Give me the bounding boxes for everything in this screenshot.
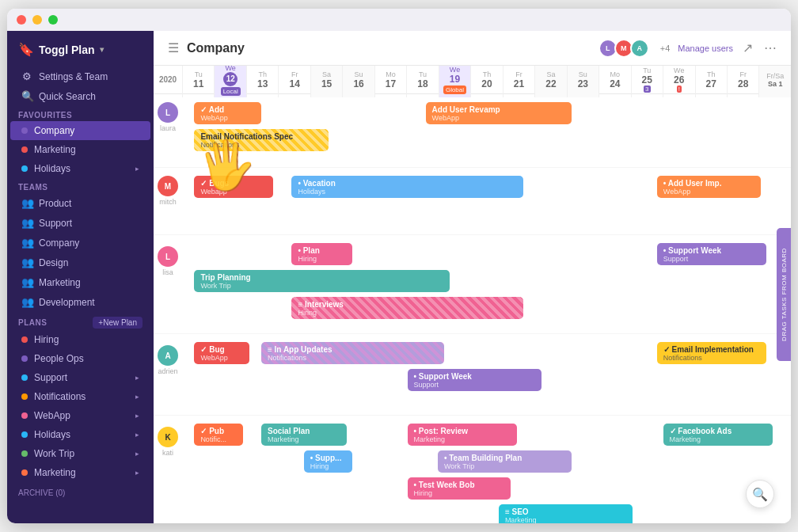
bar-test-week-bob[interactable]: • Test Week BobHiring — [408, 477, 511, 500]
sidebar-item-company-team[interactable]: 👥 Company — [10, 233, 150, 253]
marketing-dot — [21, 146, 28, 153]
maximize-btn[interactable] — [48, 15, 58, 25]
bar-seo[interactable]: ≡ SEOMarketing — [499, 504, 633, 523]
bar-email-notif-spec[interactable]: Email Notifications SpecNotifications — [194, 129, 328, 151]
sidebar-item-plan-webapp[interactable]: WebApp ▸ — [10, 406, 150, 425]
sidebar-item-plan-holidays[interactable]: Holidays ▸ — [10, 425, 150, 444]
sidebar-item-plan-peopleops[interactable]: People Ops — [10, 349, 150, 368]
sidebar-item-plan-worktrip[interactable]: Work Trip ▸ — [10, 444, 150, 463]
user-col-lisa: L lisa — [154, 240, 182, 276]
sidebar: 🔖 Toggl Plan ▾ ⚙ Settings & Team 🔍 Quick… — [7, 31, 154, 523]
date-col-18: Tu 18 — [406, 66, 438, 97]
year-label: 2020 — [154, 75, 182, 84]
team-icon: 👥 — [21, 256, 32, 268]
user-col-kati: K kati — [154, 420, 182, 457]
date-col-22: Sa 22 — [534, 66, 566, 97]
date-col-12: We 12 Local — [214, 66, 245, 97]
bar-in-app-updates[interactable]: ≡ In App UpdatesNotifications — [261, 342, 444, 364]
bar-supp-hiring[interactable]: • Supp...Hiring — [304, 450, 353, 473]
sidebar-item-marketing-team[interactable]: 👥 Marketing — [10, 272, 150, 292]
topbar: ☰ Company L M A +4 Manage users ↗ ⋯ — [154, 31, 791, 66]
team-icon: 👥 — [21, 296, 32, 308]
company-dot — [21, 127, 28, 134]
bars-laura: ✓ AddWebApp Add User RevampWebApp Email … — [182, 99, 791, 162]
chevron-right-icon: ▸ — [135, 450, 139, 458]
bar-bug-adrien[interactable]: ✓ BugWebApp — [194, 342, 249, 364]
bars-mitch: ✓ BugsWebapp • VacationHolidays • Add Us… — [182, 173, 791, 230]
bar-add-user-revamp[interactable]: Add User RevampWebApp — [426, 102, 572, 124]
manage-users-button[interactable]: Manage users — [678, 44, 733, 53]
sidebar-item-marketing-fav[interactable]: Marketing — [10, 140, 150, 159]
bar-support-week-adrien[interactable]: • Support WeekSupport — [408, 369, 542, 391]
bar-support-week-lisa[interactable]: • Support WeekSupport — [657, 243, 766, 265]
more-options-btn[interactable]: ⋯ — [762, 39, 778, 57]
sidebar-item-plan-hiring[interactable]: Hiring — [10, 330, 150, 349]
sidebar-item-support[interactable]: 👥 Support — [10, 213, 150, 233]
bar-plan-hiring[interactable]: • PlanHiring — [291, 243, 352, 265]
teams-section-label: TEAMS — [7, 178, 154, 193]
timeline-content[interactable]: 2020 Tu 11 We 12 Local — [154, 66, 791, 523]
bar-add-webapp[interactable]: ✓ AddWebApp — [194, 102, 261, 124]
zoom-icon: 🔍 — [752, 487, 768, 502]
sidebar-item-settings[interactable]: ⚙ Settings & Team — [10, 66, 150, 86]
more-count: +4 — [660, 44, 671, 53]
bar-pub[interactable]: ✓ PubNotific... — [194, 424, 243, 446]
webapp-dot — [21, 412, 28, 419]
plans-header: PLANS +New Plan — [7, 312, 154, 330]
sidebar-item-plan-support[interactable]: Support ▸ — [10, 368, 150, 387]
bar-interviews[interactable]: ≡ InterviewsHiring — [291, 297, 522, 319]
date-cols: Tu 11 We 12 Local Th — [182, 66, 791, 97]
sidebar-item-development[interactable]: 👥 Development — [10, 292, 150, 312]
search-icon: 🔍 — [21, 90, 32, 102]
gantt-row-adrien: A adrien ✓ BugWebApp ≡ In App UpdatesNot… — [154, 334, 791, 416]
sidebar-item-plan-notifications[interactable]: Notifications ▸ — [10, 387, 150, 406]
bar-bugs[interactable]: ✓ BugsWebapp — [194, 176, 273, 198]
new-plan-button[interactable]: +New Plan — [93, 317, 142, 329]
bars-adrien: ✓ BugWebApp ≡ In App UpdatesNotification… — [182, 339, 791, 410]
chevron-right-icon: ▸ — [135, 393, 139, 401]
bar-email-impl[interactable]: ✓ Email ImplementationNotifications — [657, 342, 766, 364]
user-col-mitch: M mitch — [154, 173, 182, 206]
date-header: 2020 Tu 11 We 12 Local — [154, 66, 791, 94]
team-icon: 👥 — [21, 217, 32, 229]
sidebar-item-search[interactable]: 🔍 Quick Search — [10, 86, 150, 106]
local-badge: Local — [221, 87, 241, 96]
right-tab[interactable]: DRAG TASKS FROM BOARD — [777, 228, 791, 361]
chevron-right-icon: ▸ — [135, 374, 139, 382]
bar-add-user-imp[interactable]: • Add User Imp.WebApp — [657, 176, 761, 198]
plans-section-label: PLANS — [18, 318, 47, 327]
date-col-21: Fr 21 — [503, 66, 534, 97]
bar-trip-planning[interactable]: Trip PlanningWork Trip — [194, 270, 450, 292]
user-name-laura: laura — [160, 124, 176, 132]
app-window: 🔖 Toggl Plan ▾ ⚙ Settings & Team 🔍 Quick… — [7, 9, 791, 523]
bar-vacation-mitch[interactable]: • VacationHolidays — [291, 176, 522, 198]
gantt-row-mitch: M mitch ✓ BugsWebapp • VacationHolidays — [154, 168, 791, 235]
sidebar-item-holidays-fav[interactable]: Holidays ▸ — [10, 159, 150, 178]
sidebar-item-company-fav[interactable]: Company — [10, 121, 150, 140]
gantt-row-laura: L laura ✓ AddWebApp — [154, 94, 791, 168]
settings-icon: ⚙ — [21, 70, 32, 82]
bar-facebook-ads[interactable]: ✓ Facebook AdsMarketing — [663, 424, 773, 446]
sidebar-item-product[interactable]: 👥 Product — [10, 193, 150, 213]
team-icon: 👥 — [21, 237, 32, 249]
minimize-btn[interactable] — [32, 15, 42, 25]
bar-social-plan[interactable]: Social PlanMarketing — [261, 424, 347, 446]
sidebar-logo[interactable]: 🔖 Toggl Plan ▾ — [7, 37, 154, 66]
close-btn[interactable] — [17, 15, 26, 25]
titlebar — [7, 9, 791, 31]
bar-post-review[interactable]: • Post: ReviewMarketing — [408, 424, 517, 446]
sidebar-item-plan-marketing[interactable]: Marketing ▸ — [10, 463, 150, 482]
notif-dot — [21, 393, 28, 400]
bar-team-building[interactable]: • Team Building PlanWork Trip — [438, 450, 572, 473]
date-col-19: We 19 Global — [439, 66, 470, 97]
marketing2-dot — [21, 469, 28, 476]
sidebar-item-design[interactable]: 👥 Design — [10, 253, 150, 272]
user-name-kati: kati — [162, 449, 173, 457]
zoom-button[interactable]: 🔍 — [746, 480, 774, 508]
share-icon-btn[interactable]: ↗ — [741, 39, 754, 57]
date-col-13: Th 13 — [246, 66, 278, 97]
team-icon: 👥 — [21, 276, 32, 288]
date-col-16: Su 16 — [342, 66, 374, 97]
date-col-15: Sa 15 — [310, 66, 342, 97]
menu-icon-btn[interactable]: ☰ — [166, 39, 180, 57]
